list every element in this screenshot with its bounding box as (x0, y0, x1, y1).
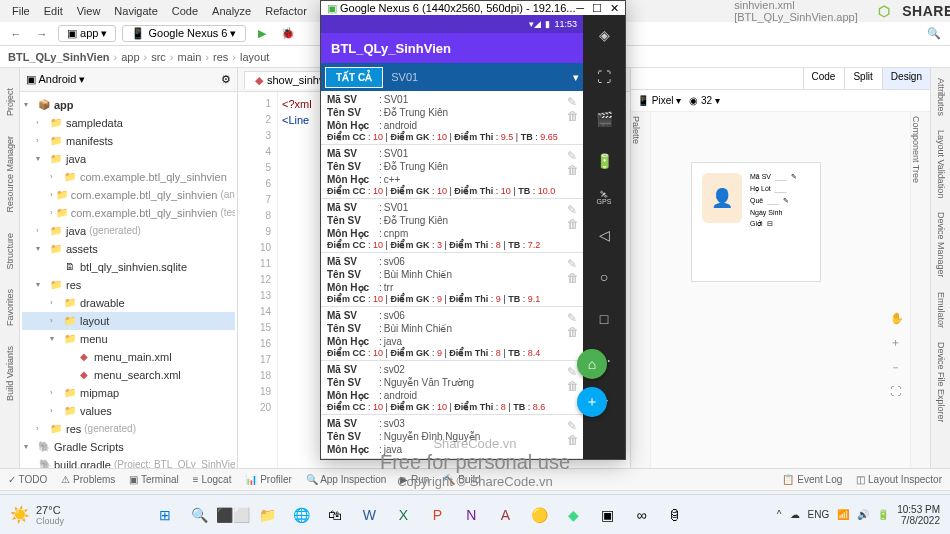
menu-file[interactable]: File (6, 3, 36, 19)
delete-icon[interactable]: 🗑 (567, 217, 579, 231)
crumb-res[interactable]: res (213, 51, 228, 63)
mode-design[interactable]: Design (882, 68, 930, 89)
crumb-app[interactable]: app (121, 51, 139, 63)
api-picker[interactable]: ◉ 32 ▾ (689, 95, 720, 106)
zoom-in-icon[interactable]: ＋ (890, 335, 904, 350)
androidstudio-icon[interactable]: ◆ (559, 501, 587, 529)
emulator-tab[interactable]: Emulator (936, 292, 946, 328)
tray-clock[interactable]: 10:53 PM7/8/2022 (897, 504, 940, 526)
layout-preview[interactable]: 👤 Mã SV___✎ Họ Lót___ Quê___✎ Ngày Sinh … (691, 162, 821, 282)
explorer-icon[interactable]: 📁 (253, 501, 281, 529)
delete-icon[interactable]: 🗑 (567, 325, 579, 339)
sidebar-resource-tab[interactable]: Resource Manager (5, 136, 15, 213)
edit-icon[interactable]: ✎ (567, 257, 579, 271)
device-picker[interactable]: 📱 Pixel ▾ (637, 95, 681, 106)
search-app-icon[interactable]: 🔍 (185, 501, 213, 529)
crumb-main[interactable]: main (178, 51, 202, 63)
weather-widget[interactable]: ☀️ 27°CCloudy (10, 504, 64, 526)
sidebar-variants-tab[interactable]: Build Variants (5, 346, 15, 401)
delete-icon[interactable]: 🗑 (567, 109, 579, 123)
project-tree[interactable]: ▾📦app ›📁sampledata ›📁manifests ▾📁java ›📁… (20, 92, 237, 468)
phone-screen[interactable]: ▾◢▮11:53 BTL_QLy_SinhVien TẤT CẢ SV01 ▾ … (321, 15, 583, 459)
crumb-project[interactable]: BTL_QLy_SinhVien (8, 51, 109, 63)
profiler-tab[interactable]: 📊 Profiler (245, 474, 291, 485)
tray-wifi-icon[interactable]: 📶 (837, 509, 849, 520)
device-file-explorer-tab[interactable]: Device File Explorer (936, 342, 946, 423)
fab-home[interactable]: ⌂ (577, 349, 607, 379)
student-item[interactable]: Mã SVSV01Tên SVĐỗ Trung KiênMôn Họcandro… (321, 91, 583, 145)
edit-icon[interactable]: ✎ (567, 311, 579, 325)
gps-icon[interactable]: 🛰GPS (597, 191, 612, 205)
access-icon[interactable]: A (491, 501, 519, 529)
inspection-tab[interactable]: 🔍 App Inspection (306, 474, 386, 485)
student-item[interactable]: Mã SVsv06Tên SVBùi Minh ChiếnMôn Họcjava… (321, 307, 583, 361)
emu-minimize-icon[interactable]: ─ (576, 2, 584, 15)
student-list[interactable]: Mã SVSV01Tên SVĐỗ Trung KiênMôn Họcandro… (321, 91, 583, 459)
emu-close-icon[interactable]: ✕ (610, 2, 619, 15)
start-icon[interactable]: ⊞ (151, 501, 179, 529)
back-icon[interactable]: ← (6, 24, 26, 44)
filter-all-button[interactable]: TẤT CẢ (325, 67, 383, 88)
zoom-out-icon[interactable]: － (890, 360, 904, 375)
event-log-tab[interactable]: 📋 Event Log (782, 474, 842, 485)
student-item[interactable]: Mã SVsv06Tên SVBùi Minh ChiếnMôn HọctrrĐ… (321, 253, 583, 307)
onenote-icon[interactable]: N (457, 501, 485, 529)
vpn-icon[interactable]: ∞ (627, 501, 655, 529)
nav-back-icon[interactable]: ◁ (592, 223, 616, 247)
tray-chevron-icon[interactable]: ^ (777, 509, 782, 520)
menu-code[interactable]: Code (166, 3, 204, 19)
android-view-select[interactable]: ▣ Android ▾ (26, 73, 85, 86)
search-icon[interactable]: 🔍 (924, 24, 944, 44)
student-item[interactable]: Mã SVSV01Tên SVĐỗ Trung KiênMôn HọccnpmĐ… (321, 199, 583, 253)
emu-maximize-icon[interactable]: ☐ (592, 2, 602, 15)
terminal-tab[interactable]: ▣ Terminal (129, 474, 178, 485)
edit-icon[interactable]: ✎ (567, 95, 579, 109)
crumb-src[interactable]: src (151, 51, 166, 63)
menu-refactor[interactable]: Refactor (259, 3, 313, 19)
edit-icon[interactable]: ✎ (567, 149, 579, 163)
ppt-icon[interactable]: P (423, 501, 451, 529)
menu-view[interactable]: View (71, 3, 107, 19)
palette-tab[interactable]: Palette (631, 112, 641, 144)
run-tab[interactable]: ▶ Run (400, 474, 429, 485)
delete-icon[interactable]: 🗑 (567, 433, 579, 447)
edit-icon[interactable]: ✎ (567, 419, 579, 433)
device-manager-tab[interactable]: Device Manager (936, 212, 946, 278)
attributes-tab[interactable]: Attributes (936, 78, 946, 116)
run-icon[interactable]: ▶ (252, 24, 272, 44)
mode-split[interactable]: Split (844, 68, 880, 89)
todo-tab[interactable]: ✓ TODO (8, 474, 47, 485)
word-icon[interactable]: W (355, 501, 383, 529)
zoom-fit-icon[interactable]: ⛶ (890, 385, 904, 397)
filter-spinner[interactable]: SV01 (387, 67, 569, 87)
build-tab[interactable]: 🔨 Build (443, 474, 480, 485)
sidebar-project-tab[interactable]: Project (5, 88, 15, 116)
student-item[interactable]: Mã SVsv02Tên SVNguyễn Văn TrườngMôn Họca… (321, 361, 583, 415)
forward-icon[interactable]: → (32, 24, 52, 44)
camera-icon[interactable]: 🎬 (592, 107, 616, 131)
chrome-icon[interactable]: 🟡 (525, 501, 553, 529)
panel-settings-icon[interactable]: ⚙ (221, 73, 231, 86)
edge-icon[interactable]: 🌐 (287, 501, 315, 529)
store-icon[interactable]: 🛍 (321, 501, 349, 529)
logcat-tab[interactable]: ≡ Logcat (193, 474, 232, 485)
menu-analyze[interactable]: Analyze (206, 3, 257, 19)
menu-edit[interactable]: Edit (38, 3, 69, 19)
tray-volume-icon[interactable]: 🔊 (857, 509, 869, 520)
excel-icon[interactable]: X (389, 501, 417, 529)
tray-cloud-icon[interactable]: ☁ (790, 509, 800, 520)
nav-home-icon[interactable]: ○ (592, 265, 616, 289)
delete-icon[interactable]: 🗑 (567, 379, 579, 393)
config-select[interactable]: ▣ app ▾ (58, 25, 116, 42)
edit-icon[interactable]: ✎ (567, 203, 579, 217)
rotate-icon[interactable]: ◈ (592, 23, 616, 47)
terminal-app-icon[interactable]: ▣ (593, 501, 621, 529)
debug-icon[interactable]: 🐞 (278, 24, 298, 44)
student-item[interactable]: Mã SVsv03Tên SVNguyễn Đình NguyễnMôn Học… (321, 415, 583, 459)
device-select[interactable]: 📱 Google Nexus 6 ▾ (122, 25, 245, 42)
problems-tab[interactable]: ⚠ Problems (61, 474, 115, 485)
taskview-icon[interactable]: ⬛⬜ (219, 501, 247, 529)
emulator-titlebar[interactable]: ▣ Google Nexus 6 (1440x2560, 560dpi) - 1… (321, 1, 625, 15)
pan-icon[interactable]: ✋ (890, 312, 904, 325)
tray-lang[interactable]: ENG (808, 509, 830, 520)
